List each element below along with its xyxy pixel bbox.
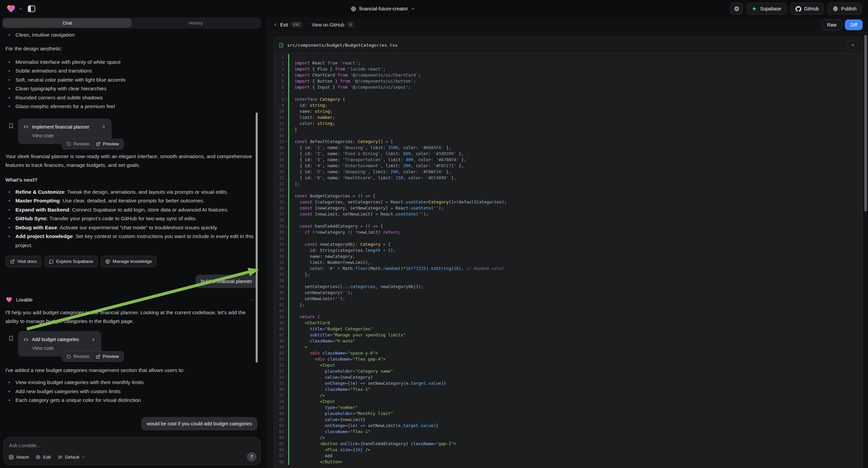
code-line: 12 color: string;: [274, 120, 862, 126]
chat-input[interactable]: [9, 441, 255, 449]
code-line: 38: [274, 277, 862, 284]
image-icon: [9, 455, 14, 460]
chevron-down-icon[interactable]: [19, 7, 23, 11]
code-line: 21 { id: '6', name: 'Healthcare', limit:…: [274, 175, 862, 181]
visit-docs-button[interactable]: Visit docs: [5, 256, 41, 267]
code-line: 11 limit: number;: [274, 115, 862, 120]
sidebar-toggle-icon[interactable]: [28, 5, 35, 12]
preview-button[interactable]: Preview: [93, 351, 121, 361]
file-added-icon: [278, 42, 284, 48]
code-line: 7: [274, 90, 862, 96]
user-message: would be cool if you could add budget ca…: [141, 417, 257, 430]
github-button[interactable]: GitHub: [790, 3, 825, 15]
code-line: 9 id: string;: [274, 103, 862, 109]
globe-icon: [351, 6, 356, 12]
code-line: 15▾const defaultCategories: Category[] =…: [274, 139, 862, 145]
collapse-file-button[interactable]: [847, 40, 858, 50]
esc-shortcut-badge: ESC: [290, 22, 302, 28]
github-icon: [796, 6, 801, 12]
list-item: Glass-morphic elements for a premium fee…: [5, 102, 257, 111]
list-item: Rounded corners and subtle shadows: [5, 93, 257, 103]
list-item: Clean typography with clear hierarchies: [5, 84, 257, 93]
code-line: 33 id: String(categories.length + 1),: [274, 247, 862, 254]
chevron-right-icon: [101, 124, 106, 129]
user-message: build a financial planner: [196, 274, 257, 288]
tab-chat[interactable]: Chat: [3, 19, 131, 28]
target-icon: [36, 455, 40, 460]
restore-button[interactable]: Restore: [64, 351, 92, 361]
code-line: 2import React from 'react';: [274, 60, 862, 66]
view-on-github-button[interactable]: View on GitHub G: [312, 22, 354, 28]
code-line: 59 type="number": [274, 405, 862, 411]
code-line: 42 };: [274, 302, 862, 308]
code-line: 20 { id: '5', name: 'Shopping', limit: 2…: [274, 169, 862, 175]
code-line: 17 { id: '2', name: 'Food & Dining', lim…: [274, 151, 862, 157]
list-item: Each category gets a unique color for vi…: [5, 396, 257, 405]
code-icon: [24, 124, 29, 129]
code-line: 53 placeholder="Category name": [274, 368, 862, 374]
list-item: Add new budget categories with custom li…: [5, 387, 257, 396]
chat-scrollbar-thumb[interactable]: [256, 113, 258, 362]
list-item: View existing budget categories with the…: [5, 378, 257, 387]
code-line: 8▾interface Category {: [274, 96, 862, 103]
code-editor[interactable]: 12import React from 'react';3import { Pl…: [274, 53, 862, 465]
assistant-name: Lovable: [16, 295, 33, 304]
code-line: 34 name: newCategory,: [274, 254, 862, 260]
list-item: Master Prompting: Use clear, detailed, a…: [5, 196, 257, 205]
bookmark-icon[interactable]: [8, 335, 14, 342]
code-line: 22];: [274, 181, 862, 187]
code-line: 57 />: [274, 392, 862, 399]
exit-button[interactable]: Exit ESC: [273, 22, 302, 28]
edit-card-implement-financial-planner[interactable]: Implement financial planner View code Re…: [18, 118, 112, 144]
restore-button[interactable]: Restore: [64, 139, 92, 149]
code-line: 3import { Plus } from 'lucide-react';: [274, 66, 862, 72]
chevron-left-icon: [273, 23, 277, 27]
code-line: 36 color: '#' + Math.floor(Math.random()…: [274, 266, 862, 272]
code-scrollbar-thumb[interactable]: [864, 35, 867, 211]
send-button[interactable]: ↑: [247, 452, 256, 462]
code-line: 30 if (!newCategory || !newLimit) return…: [274, 229, 862, 235]
restore-icon: [67, 142, 71, 146]
code-line: 50 <div className="space-y-6">: [274, 350, 862, 356]
code-line: 44 return (: [274, 314, 862, 320]
arrow-up-icon: ↑: [250, 454, 254, 460]
whats-next-heading: What's next?: [5, 176, 257, 184]
code-line: 39 setCategories([...categories, newCate…: [274, 284, 862, 290]
manage-knowledge-button[interactable]: Manage knowledge: [101, 256, 157, 267]
chat-composer: Attach Edit Default ↑: [3, 437, 261, 465]
settings-button[interactable]: ⚙: [730, 3, 743, 15]
g-shortcut-badge: G: [347, 22, 354, 28]
chat-history-tabs: Chat History: [2, 18, 261, 29]
bookmark-icon[interactable]: [8, 122, 14, 129]
code-line: 10 name: string;: [274, 109, 862, 115]
publish-globe-icon: [833, 6, 838, 11]
code-line: 58 <Input: [274, 399, 862, 405]
explore-supabase-button[interactable]: Explore Supabase: [44, 256, 98, 267]
code-icon: [24, 337, 29, 342]
supabase-button[interactable]: Supabase: [746, 3, 786, 15]
external-link-icon: [10, 259, 15, 264]
list-item: Subtle animations and transitions: [5, 66, 257, 76]
lovable-logo-icon[interactable]: [6, 4, 16, 13]
code-line: 25 const [categories, setCategories] = R…: [274, 199, 862, 205]
preview-button[interactable]: Preview: [93, 139, 121, 149]
chevron-down-icon: [411, 7, 415, 11]
edit-mode-button[interactable]: Edit: [36, 455, 51, 460]
publish-button[interactable]: Publish: [828, 3, 862, 15]
design-intro-text: For the design aesthetic:: [5, 44, 257, 53]
mode-selector[interactable]: Default: [58, 455, 86, 460]
raw-toggle-button[interactable]: Raw: [822, 20, 842, 30]
project-switcher[interactable]: financial-future-creator: [35, 6, 730, 12]
list-item: Debug with Ease: Activate our experiment…: [5, 223, 257, 232]
edit-card-add-budget-categories[interactable]: Add budget categories View code Restore …: [18, 331, 101, 356]
app-header: financial-future-creator ⚙ Supabase GitH…: [0, 0, 868, 18]
file-header[interactable]: src/components/budget/BudgetCategories.t…: [274, 37, 862, 53]
diff-toggle-button[interactable]: Diff: [845, 20, 863, 30]
list-item: Refine & Customize: Tweak the design, an…: [5, 188, 257, 197]
code-line: 31: [274, 235, 862, 241]
tab-history[interactable]: History: [131, 19, 260, 28]
attach-button[interactable]: Attach: [9, 455, 29, 460]
restore-preview-toolbar: Restore Preview: [62, 139, 124, 149]
restore-preview-toolbar: Restore Preview: [62, 351, 124, 362]
edit-card-title: Add budget categories: [32, 335, 79, 344]
